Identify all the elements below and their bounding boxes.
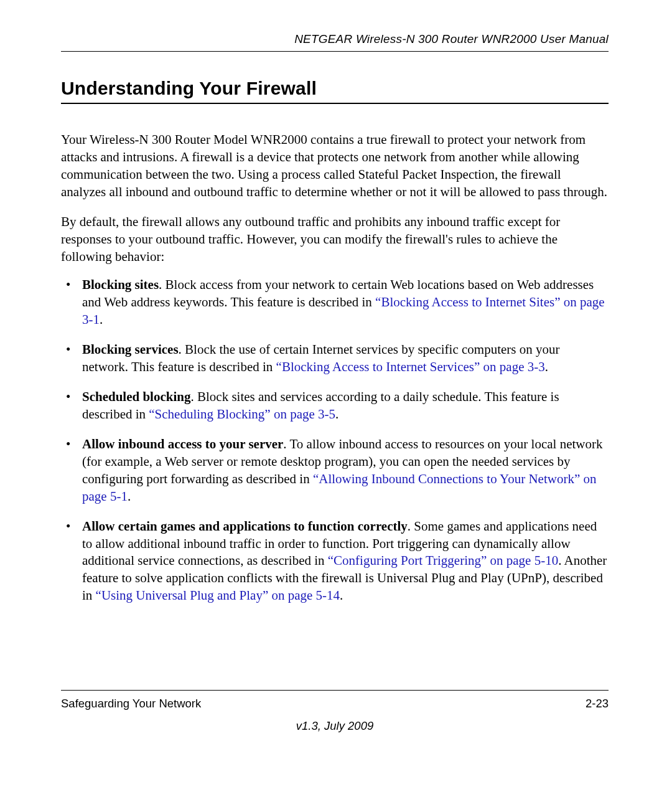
xref-scheduling-blocking[interactable]: “Scheduling Blocking” on page 3-5 <box>149 407 335 422</box>
title-rule <box>61 103 609 104</box>
intro-paragraph-1: Your Wireless-N 300 Router Model WNR2000… <box>61 131 609 201</box>
list-item-bold: Blocking sites <box>82 277 159 292</box>
page-content: NETGEAR Wireless-N 300 Router WNR2000 Us… <box>61 32 609 617</box>
header-rule <box>61 51 609 52</box>
firewall-feature-list: Blocking sites. Block access from your n… <box>61 276 609 605</box>
list-item-text: . <box>340 588 343 603</box>
list-item: Blocking sites. Block access from your n… <box>80 276 609 329</box>
list-item-bold: Scheduled blocking <box>82 389 190 404</box>
xref-upnp[interactable]: “Using Universal Plug and Play” on page … <box>96 588 340 603</box>
intro-paragraph-2: By default, the firewall allows any outb… <box>61 214 609 266</box>
list-item-bold: Allow certain games and applications to … <box>82 519 408 534</box>
list-item: Blocking services. Block the use of cert… <box>80 341 609 376</box>
document-header: NETGEAR Wireless-N 300 Router WNR2000 Us… <box>61 32 609 50</box>
footer-page-number: 2-23 <box>586 697 609 710</box>
footer-row: Safeguarding Your Network 2-23 <box>61 697 609 710</box>
footer-rule <box>61 690 609 691</box>
section-title: Understanding Your Firewall <box>61 78 609 99</box>
list-item-text: . <box>335 407 338 422</box>
xref-port-triggering[interactable]: “Configuring Port Triggering” on page 5-… <box>328 553 558 568</box>
footer-chapter: Safeguarding Your Network <box>61 697 201 710</box>
list-item: Scheduled blocking. Block sites and serv… <box>80 389 609 423</box>
list-item: Allow certain games and applications to … <box>80 518 609 605</box>
list-item-bold: Allow inbound access to your server <box>82 437 283 451</box>
page-footer: Safeguarding Your Network 2-23 v1.3, Jul… <box>61 690 609 733</box>
list-item-text: . <box>128 489 131 504</box>
list-item-text: . <box>545 359 548 374</box>
xref-blocking-services[interactable]: “Blocking Access to Internet Services” o… <box>276 359 545 374</box>
list-item-text: . <box>100 312 103 327</box>
list-item: Allow inbound access to your server. To … <box>80 436 609 506</box>
list-item-bold: Blocking services <box>82 342 179 357</box>
footer-version: v1.3, July 2009 <box>61 719 609 733</box>
